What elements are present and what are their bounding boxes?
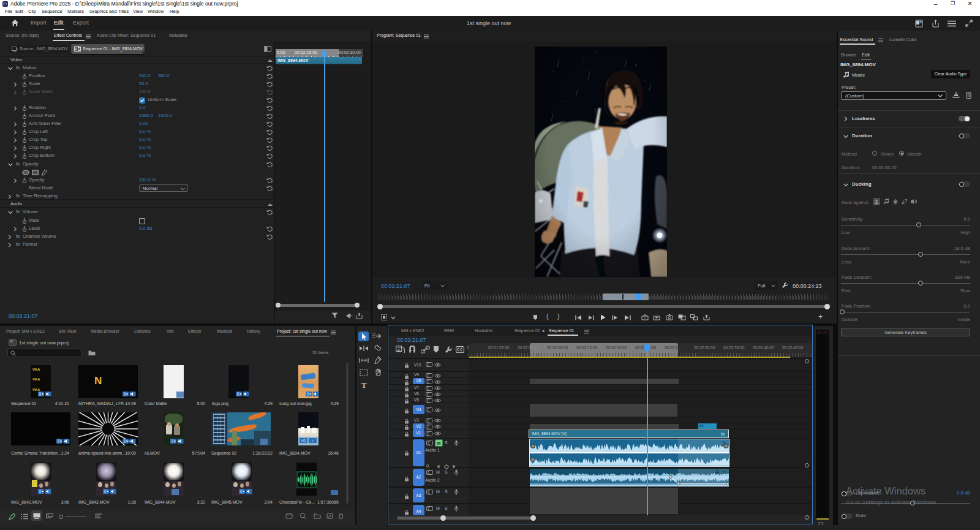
svg-text:fx: fx (723, 470, 726, 474)
